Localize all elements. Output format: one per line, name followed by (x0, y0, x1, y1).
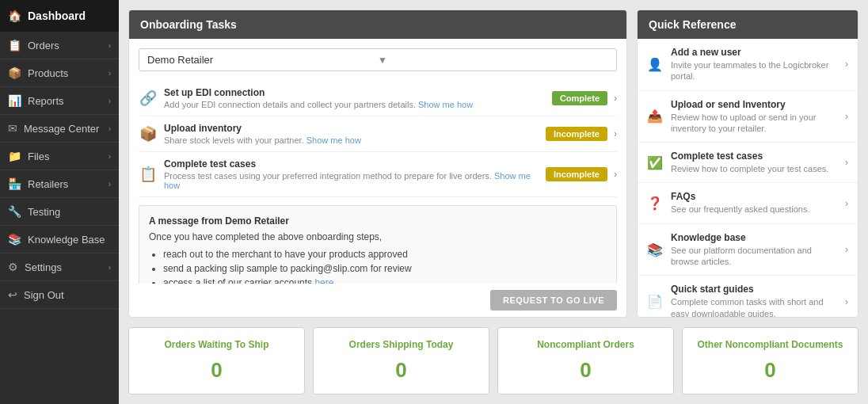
task-icon-0: 🔗 (139, 90, 158, 107)
qr-content-1: Upload or send Inventory Review how to u… (671, 99, 837, 135)
sidebar-item-products[interactable]: 📦 Products › (0, 59, 119, 87)
qr-icon-1: 📤 (647, 109, 663, 124)
task-badge-0: Complete (552, 91, 607, 105)
onboarding-body: Demo Retailer ▼ 🔗 Set up EDI connection … (129, 39, 626, 284)
task-chevron-icon-2[interactable]: › (614, 169, 617, 180)
retailer-dropdown[interactable]: Demo Retailer ▼ (139, 48, 617, 71)
carrier-link[interactable]: here (314, 277, 333, 284)
stat-label-3: Other Noncompliant Documents (691, 339, 850, 352)
sidebar-header[interactable]: 🏠 Dashboard (0, 0, 119, 32)
sidebar-item-settings[interactable]: ⚙ Settings › (0, 253, 119, 281)
stat-card-0: Orders Waiting To Ship 0 (128, 327, 305, 394)
sidebar-icon-9: ↩ (8, 288, 17, 301)
qr-item-1[interactable]: 📤 Upload or send Inventory Review how to… (638, 91, 858, 143)
sidebar: 🏠 Dashboard 📋 Orders › 📦 Products › 📊 Re… (0, 0, 119, 404)
qr-icon-0: 👤 (647, 57, 663, 72)
qr-item-5[interactable]: 📄 Quick start guides Complete common tas… (638, 276, 858, 317)
task-row-1: 📦 Upload inventory Share stock levels wi… (139, 116, 617, 152)
chevron-icon-0: › (108, 41, 111, 50)
qr-item-0[interactable]: 👤 Add a new user Invite your teammates t… (638, 39, 858, 91)
task-title-0: Set up EDI connection (164, 87, 546, 98)
qr-desc-1: Review how to upload or send in your inv… (671, 112, 837, 135)
top-area: Onboarding Tasks Demo Retailer ▼ 🔗 Set u… (119, 0, 868, 327)
sidebar-icon-7: 📚 (8, 233, 21, 246)
dropdown-arrow-icon: ▼ (378, 55, 608, 66)
stat-label-2: Noncompliant Orders (506, 339, 665, 352)
sidebar-label-3: Message Center (24, 123, 99, 135)
task-desc-1: Share stock levels with your partner. Sh… (164, 135, 539, 145)
sidebar-icon-2: 📊 (8, 94, 21, 107)
retailer-name: Demo Retailer (147, 54, 378, 66)
qr-title-1: Upload or send Inventory (671, 99, 837, 110)
task-link-0[interactable]: Show me how (418, 100, 473, 109)
sidebar-label-4: Files (28, 151, 49, 162)
message-box: A message from Demo Retailer Once you ha… (139, 205, 617, 284)
sidebar-icon-0: 📋 (8, 39, 21, 51)
qr-content-0: Add a new user Invite your teammates to … (671, 47, 837, 82)
task-link-2[interactable]: Show me how (164, 171, 531, 190)
stat-value-2: 0 (506, 358, 665, 383)
onboarding-title: Onboarding Tasks (129, 10, 626, 39)
task-row-0: 🔗 Set up EDI connection Add your EDI con… (139, 81, 617, 116)
sidebar-item-sign-out[interactable]: ↩ Sign Out (0, 281, 119, 309)
stat-label-0: Orders Waiting To Ship (137, 339, 296, 352)
chevron-icon-5: › (108, 180, 111, 189)
sidebar-label-6: Testing (28, 206, 60, 218)
request-to-go-live-button[interactable]: REQUEST TO GO LIVE (490, 290, 617, 311)
chevron-icon-1: › (108, 69, 111, 78)
sidebar-label-9: Sign Out (24, 289, 64, 301)
task-desc-2: Process test cases using your preferred … (164, 171, 539, 190)
sidebar-item-testing[interactable]: 🔧 Testing (0, 198, 119, 226)
message-bullets: reach out to the merchant to have your p… (149, 249, 607, 284)
bullet-1: send a packing slip sample to packing@sl… (163, 263, 607, 274)
qr-title-0: Add a new user (671, 47, 837, 58)
task-chevron-icon-0[interactable]: › (614, 93, 617, 104)
qr-content-4: Knowledge base See our platform document… (671, 232, 837, 268)
task-content-2: Complete test cases Process test cases u… (164, 158, 539, 190)
sidebar-item-knowledge-base[interactable]: 📚 Knowledge Base (0, 226, 119, 253)
qr-title-3: FAQs (671, 191, 837, 202)
qr-chevron-icon-4: › (845, 244, 848, 255)
sidebar-item-message-center[interactable]: ✉ Message Center › (0, 115, 119, 143)
sidebar-label-0: Orders (28, 40, 59, 51)
task-icon-2: 📋 (139, 166, 158, 183)
stat-value-3: 0 (691, 358, 850, 383)
qr-chevron-icon-5: › (845, 296, 848, 307)
sidebar-item-reports[interactable]: 📊 Reports › (0, 87, 119, 115)
sidebar-icon-6: 🔧 (8, 205, 21, 218)
message-title: A message from Demo Retailer (149, 215, 607, 227)
qr-item-3[interactable]: ❓ FAQs See our frequently asked question… (638, 183, 858, 223)
sidebar-icon-3: ✉ (8, 122, 17, 135)
chevron-icon-3: › (108, 124, 111, 133)
sidebar-label-2: Reports (28, 95, 64, 107)
stat-card-2: Noncompliant Orders 0 (497, 327, 674, 394)
qr-desc-5: Complete common tasks with short and eas… (671, 296, 837, 317)
task-content-1: Upload inventory Share stock levels with… (164, 123, 539, 145)
task-title-2: Complete test cases (164, 158, 539, 170)
stat-value-1: 0 (322, 358, 481, 383)
task-link-1[interactable]: Show me how (306, 135, 361, 145)
sidebar-label-1: Products (28, 67, 68, 79)
sidebar-item-retailers[interactable]: 🏪 Retailers › (0, 170, 119, 198)
sidebar-item-orders[interactable]: 📋 Orders › (0, 32, 119, 59)
qr-item-2[interactable]: ✅ Complete test cases Review how to comp… (638, 143, 858, 183)
sidebar-label-7: Knowledge Base (28, 234, 105, 246)
qr-chevron-icon-1: › (845, 111, 848, 122)
qr-desc-3: See our frequently asked questions. (671, 204, 837, 215)
qr-item-4[interactable]: 📚 Knowledge base See our platform docume… (638, 224, 858, 276)
stat-label-1: Orders Shipping Today (322, 339, 481, 352)
task-chevron-icon-1[interactable]: › (614, 128, 617, 139)
sidebar-icon-8: ⚙ (8, 261, 18, 273)
tasks-container: 🔗 Set up EDI connection Add your EDI con… (139, 81, 617, 197)
task-icon-1: 📦 (139, 125, 158, 143)
qr-icon-3: ❓ (647, 196, 663, 211)
onboarding-panel: Onboarding Tasks Demo Retailer ▼ 🔗 Set u… (128, 10, 627, 318)
sidebar-label-5: Retailers (28, 178, 68, 190)
qr-title-2: Complete test cases (671, 151, 837, 162)
quick-reference-title: Quick Reference (638, 10, 858, 39)
sidebar-item-files[interactable]: 📁 Files › (0, 143, 119, 170)
qr-icon-4: 📚 (647, 242, 663, 257)
sidebar-icon-5: 🏪 (8, 177, 21, 190)
stat-card-3: Other Noncompliant Documents 0 (682, 327, 858, 394)
qr-content-5: Quick start guides Complete common tasks… (671, 284, 837, 317)
